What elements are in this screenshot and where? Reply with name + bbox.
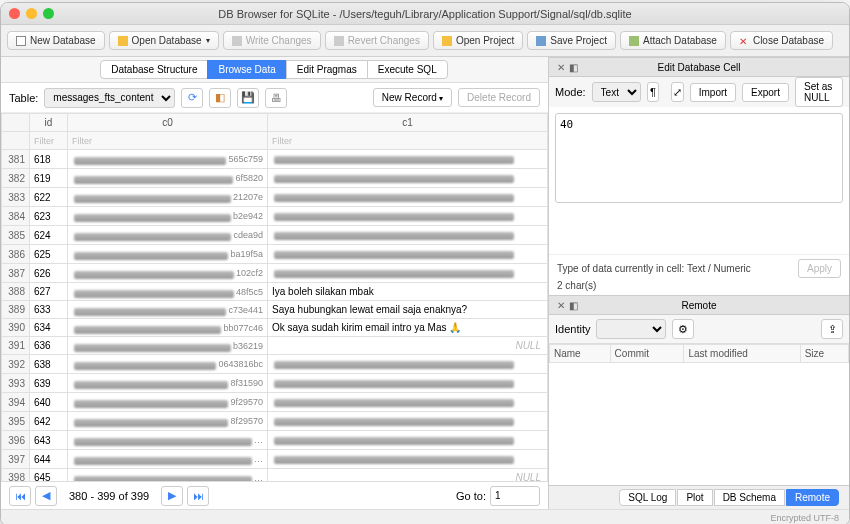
cell-c0[interactable]: 21207e <box>68 188 268 207</box>
cell-c1[interactable] <box>268 393 548 412</box>
export-button[interactable]: Export <box>742 83 789 102</box>
cell-id[interactable]: 618 <box>30 150 68 169</box>
goto-input[interactable] <box>490 486 540 506</box>
cell-c1[interactable] <box>268 374 548 393</box>
open-project-button[interactable]: Open Project <box>433 31 523 50</box>
cell-c0[interactable]: … <box>68 450 268 469</box>
tab-edit-pragmas[interactable]: Edit Pragmas <box>286 60 368 79</box>
cell-c1[interactable] <box>268 431 548 450</box>
new-record-button[interactable]: New Record ▾ <box>373 88 452 107</box>
col-c0[interactable]: c0 <box>68 114 268 132</box>
table-row[interactable]: 385624cdea9d <box>2 226 548 245</box>
cell-id[interactable]: 640 <box>30 393 68 412</box>
remote-col-lastmod[interactable]: Last modified <box>684 345 800 363</box>
cell-c0[interactable]: 9f29570 <box>68 393 268 412</box>
push-button[interactable]: ⇪ <box>821 319 843 339</box>
new-database-button[interactable]: New Database <box>7 31 105 50</box>
cell-id[interactable]: 636 <box>30 337 68 355</box>
save-project-button[interactable]: Save Project <box>527 31 616 50</box>
cell-c1[interactable]: Iya boleh silakan mbak <box>268 283 548 301</box>
table-row[interactable]: 387626102cf2 <box>2 264 548 283</box>
col-id[interactable]: id <box>30 114 68 132</box>
tab-database-structure[interactable]: Database Structure <box>100 60 208 79</box>
format-button[interactable]: ¶ <box>647 82 660 102</box>
cell-c0[interactable]: 565c759 <box>68 150 268 169</box>
table-row[interactable]: 396643… <box>2 431 548 450</box>
remote-col-size[interactable]: Size <box>800 345 848 363</box>
table-row[interactable]: 3826196f5820 <box>2 169 548 188</box>
table-row[interactable]: 3936398f31590 <box>2 374 548 393</box>
remote-col-commit[interactable]: Commit <box>610 345 684 363</box>
cell-c1[interactable] <box>268 169 548 188</box>
cell-c0[interactable]: … <box>68 469 268 482</box>
table-row[interactable]: 384623b2e942 <box>2 207 548 226</box>
table-row[interactable]: 38362221207e <box>2 188 548 207</box>
cell-id[interactable]: 622 <box>30 188 68 207</box>
cell-c0[interactable]: b36219 <box>68 337 268 355</box>
cell-id[interactable]: 643 <box>30 431 68 450</box>
cell-c1[interactable]: NULL <box>268 469 548 482</box>
cell-c0[interactable]: bb077c46 <box>68 319 268 337</box>
cell-id[interactable]: 639 <box>30 374 68 393</box>
cell-c0[interactable]: 8f29570 <box>68 412 268 431</box>
tab-db-schema[interactable]: DB Schema <box>714 489 785 506</box>
cell-c1[interactable] <box>268 450 548 469</box>
cell-c0[interactable]: cdea9d <box>68 226 268 245</box>
table-row[interactable]: 397644… <box>2 450 548 469</box>
tab-sql-log[interactable]: SQL Log <box>619 489 676 506</box>
cell-c1[interactable] <box>268 207 548 226</box>
cell-c1[interactable] <box>268 264 548 283</box>
prev-page-button[interactable]: ◀ <box>35 486 57 506</box>
table-row[interactable]: 391636b36219NULL <box>2 337 548 355</box>
data-grid[interactable]: id c0 c1 Filter Filter Filter 381618565c… <box>1 113 548 481</box>
cell-c1[interactable] <box>268 355 548 374</box>
refresh-button[interactable]: ⟳ <box>181 88 203 108</box>
cell-c0[interactable]: 102cf2 <box>68 264 268 283</box>
clear-filters-button[interactable]: ◧ <box>209 88 231 108</box>
cell-id[interactable]: 623 <box>30 207 68 226</box>
cell-id[interactable]: 633 <box>30 301 68 319</box>
last-page-button[interactable]: ⏭ <box>187 486 209 506</box>
tab-plot[interactable]: Plot <box>677 489 712 506</box>
cell-id[interactable]: 644 <box>30 450 68 469</box>
cell-c1[interactable] <box>268 245 548 264</box>
table-row[interactable]: 3926380643816bc <box>2 355 548 374</box>
open-database-button[interactable]: Open Database▾ <box>109 31 219 50</box>
print-button[interactable]: 🖶 <box>265 88 287 108</box>
table-row[interactable]: 3946409f29570 <box>2 393 548 412</box>
cell-id[interactable]: 624 <box>30 226 68 245</box>
cell-c1[interactable]: NULL <box>268 337 548 355</box>
cell-id[interactable]: 645 <box>30 469 68 482</box>
table-row[interactable]: 38862748f5c5Iya boleh silakan mbak <box>2 283 548 301</box>
filter-id[interactable]: Filter <box>30 132 68 150</box>
cell-c1[interactable] <box>268 226 548 245</box>
table-row[interactable]: 389633c73e441Saya hubungkan lewat email … <box>2 301 548 319</box>
cell-id[interactable]: 642 <box>30 412 68 431</box>
identity-select[interactable] <box>596 319 666 339</box>
cell-c0[interactable]: 0643816bc <box>68 355 268 374</box>
cell-id[interactable]: 625 <box>30 245 68 264</box>
col-c1[interactable]: c1 <box>268 114 548 132</box>
table-row[interactable]: 386625ba19f5a <box>2 245 548 264</box>
tab-browse-data[interactable]: Browse Data <box>207 60 286 79</box>
remote-col-name[interactable]: Name <box>550 345 611 363</box>
filter-c0[interactable]: Filter <box>68 132 268 150</box>
open-external-button[interactable]: ⤢ <box>671 82 684 102</box>
cell-c0[interactable]: ba19f5a <box>68 245 268 264</box>
cell-id[interactable]: 634 <box>30 319 68 337</box>
table-row[interactable]: 398645…NULL <box>2 469 548 482</box>
cell-c1[interactable]: Ok saya sudah kirim email intro ya Mas 🙏 <box>268 319 548 337</box>
cell-id[interactable]: 626 <box>30 264 68 283</box>
cell-c0[interactable]: b2e942 <box>68 207 268 226</box>
save-table-button[interactable]: 💾 <box>237 88 259 108</box>
tab-execute-sql[interactable]: Execute SQL <box>367 60 448 79</box>
cell-c0[interactable]: 48f5c5 <box>68 283 268 301</box>
cell-c0[interactable]: … <box>68 431 268 450</box>
cell-id[interactable]: 619 <box>30 169 68 188</box>
cell-c1[interactable] <box>268 188 548 207</box>
table-row[interactable]: 3956428f29570 <box>2 412 548 431</box>
cell-c0[interactable]: c73e441 <box>68 301 268 319</box>
import-button[interactable]: Import <box>690 83 736 102</box>
next-page-button[interactable]: ▶ <box>161 486 183 506</box>
identity-settings-button[interactable]: ⚙ <box>672 319 694 339</box>
